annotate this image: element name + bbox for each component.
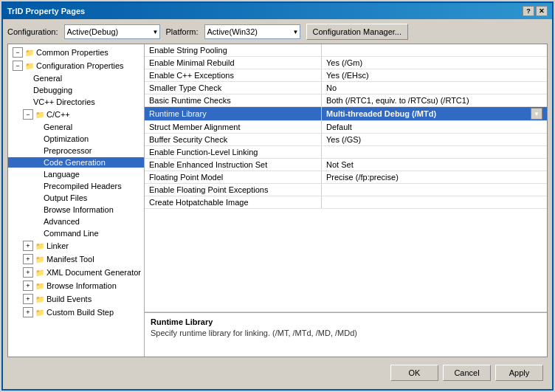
ok-button[interactable]: OK	[390, 365, 438, 381]
prop-value-8	[322, 146, 547, 158]
expander-custom[interactable]: +	[23, 307, 33, 317]
table-row[interactable]: Enable String Pooling	[145, 44, 547, 57]
label-preprocessor: Preprocessor	[44, 146, 92, 155]
desc-title: Runtime Library	[151, 317, 541, 326]
sidebar-item-cpp-general[interactable]: General	[8, 121, 144, 133]
property-panel: Enable String PoolingEnable Minimal Rebu…	[145, 44, 547, 357]
folder-icon-browse2: 📁	[35, 281, 45, 291]
label-custom-build: Custom Build Step	[46, 308, 114, 317]
expander-xml[interactable]: +	[23, 267, 33, 278]
sidebar-item-language[interactable]: Language	[8, 168, 144, 180]
config-label: Configuration:	[7, 27, 58, 36]
table-row[interactable]: Smaller Type CheckNo	[145, 82, 547, 94]
table-row[interactable]: Enable C++ ExceptionsYes (/EHsc)	[145, 69, 547, 82]
label-optimization: Optimization	[44, 134, 89, 143]
prop-value-7: Yes (/GS)	[322, 134, 547, 145]
sidebar-item-general[interactable]: General	[8, 72, 144, 84]
property-grid: Enable String PoolingEnable Minimal Rebu…	[145, 44, 547, 312]
prop-name-5: Runtime Library	[145, 107, 322, 120]
config-select[interactable]: Active(Debug)	[64, 24, 160, 39]
table-row[interactable]: Create Hotpatchable Image	[145, 196, 547, 209]
label-cpp: C/C++	[46, 110, 70, 119]
expander-manifest[interactable]: +	[23, 254, 33, 264]
table-row[interactable]: Basic Runtime ChecksBoth (/RTC1, equiv. …	[145, 94, 547, 107]
sidebar-item-browse-info2[interactable]: + 📁 Browse Information	[8, 279, 144, 292]
folder-icon-linker: 📁	[35, 241, 45, 251]
table-row[interactable]: Buffer Security CheckYes (/GS)	[145, 134, 547, 146]
label-code-gen: Code Generation	[44, 158, 106, 167]
folder-icon-common: 📁	[24, 47, 35, 58]
sidebar-item-cpp[interactable]: − 📁 C/C++	[8, 108, 144, 121]
sidebar-item-debugging[interactable]: Debugging	[8, 84, 144, 96]
title-bar: TrID Property Pages ? ✕	[3, 3, 552, 19]
window-title: TrID Property Pages	[7, 7, 85, 16]
sidebar-item-output-files[interactable]: Output Files	[8, 192, 144, 204]
sidebar-item-build-events[interactable]: + 📁 Build Events	[8, 292, 144, 306]
expander-linker[interactable]: +	[23, 241, 33, 251]
prop-name-10: Floating Point Model	[145, 171, 322, 183]
expander-build[interactable]: +	[23, 294, 33, 304]
help-button[interactable]: ?	[523, 6, 534, 16]
prop-name-8: Enable Function-Level Linking	[145, 146, 322, 158]
config-select-wrapper: Active(Debug) ▼	[64, 24, 160, 39]
label-browse-info: Browse Information	[44, 205, 114, 214]
bottom-bar: OK Cancel Apply	[7, 361, 548, 385]
sidebar-item-browse-info[interactable]: Browse Information	[8, 204, 144, 216]
table-row[interactable]: Enable Minimal RebuildYes (/Gm)	[145, 57, 547, 69]
prop-name-6: Struct Member Alignment	[145, 121, 322, 133]
runtime-library-dropdown[interactable]: ▼	[531, 108, 542, 120]
label-command-line: Command Line	[44, 229, 99, 238]
sidebar-item-command-line[interactable]: Command Line	[8, 227, 144, 239]
folder-icon-xml: 📁	[35, 267, 45, 278]
expander-common[interactable]: −	[13, 47, 23, 58]
prop-name-7: Buffer Security Check	[145, 134, 322, 145]
sidebar-item-precomp-headers[interactable]: Precompiled Headers	[8, 180, 144, 192]
prop-value-4: Both (/RTC1, equiv. to /RTCsu) (/RTC1)	[322, 94, 547, 106]
table-row[interactable]: Enable Floating Point Exceptions	[145, 184, 547, 196]
prop-value-9: Not Set	[322, 159, 547, 171]
expander-cpp[interactable]: −	[23, 109, 33, 120]
prop-name-4: Basic Runtime Checks	[145, 94, 322, 106]
platform-select[interactable]: Active(Win32)	[204, 24, 300, 39]
apply-button[interactable]: Apply	[495, 365, 543, 381]
table-row[interactable]: Runtime LibraryMulti-threaded Debug (/MT…	[145, 107, 547, 121]
sidebar-item-code-gen[interactable]: Code Generation	[8, 157, 144, 168]
cancel-button[interactable]: Cancel	[443, 365, 491, 381]
sidebar-item-common-props[interactable]: − 📁 Common Properties	[8, 46, 144, 59]
label-linker: Linker	[46, 241, 69, 250]
table-row[interactable]: Struct Member AlignmentDefault	[145, 121, 547, 134]
sidebar-item-custom-build[interactable]: + 📁 Custom Build Step	[8, 306, 144, 319]
prop-value-12	[322, 196, 547, 208]
close-button[interactable]: ✕	[536, 6, 548, 16]
expander-browse2[interactable]: +	[23, 281, 33, 291]
table-row[interactable]: Enable Function-Level Linking	[145, 146, 547, 159]
sidebar-item-linker[interactable]: + 📁 Linker	[8, 239, 144, 252]
desc-text: Specify runtime library for linking. (/M…	[151, 329, 541, 337]
prop-value-3: No	[322, 82, 547, 94]
platform-select-wrapper: Active(Win32) ▼	[204, 24, 300, 39]
sidebar-item-optimization[interactable]: Optimization	[8, 133, 144, 145]
sidebar-item-xml-doc[interactable]: + 📁 XML Document Generator	[8, 266, 144, 279]
sidebar-item-preprocessor[interactable]: Preprocessor	[8, 145, 144, 157]
prop-value-2: Yes (/EHsc)	[322, 69, 547, 81]
table-row[interactable]: Enable Enhanced Instruction SetNot Set	[145, 159, 547, 171]
prop-value-5[interactable]: Multi-threaded Debug (/MTd)▼	[322, 107, 547, 120]
folder-icon-config: 📁	[24, 61, 35, 71]
label-vc-dirs: VC++ Directories	[33, 97, 95, 106]
folder-icon-build: 📁	[35, 294, 45, 304]
label-general: General	[33, 74, 62, 83]
sidebar-item-advanced[interactable]: Advanced	[8, 216, 144, 227]
prop-name-3: Smaller Type Check	[145, 82, 322, 94]
prop-value-11	[322, 184, 547, 196]
sidebar-item-manifest-tool[interactable]: + 📁 Manifest Tool	[8, 252, 144, 266]
label-xml-doc: XML Document Generator	[46, 268, 141, 277]
table-row[interactable]: Floating Point ModelPrecise (/fp:precise…	[145, 171, 547, 184]
folder-icon-custom: 📁	[35, 307, 45, 317]
config-manager-button[interactable]: Configuration Manager...	[306, 24, 408, 40]
label-browse-info2: Browse Information	[46, 281, 117, 290]
expander-config[interactable]: −	[13, 61, 23, 71]
prop-name-9: Enable Enhanced Instruction Set	[145, 159, 322, 171]
sidebar-item-config-props[interactable]: − 📁 Configuration Properties	[8, 59, 144, 72]
sidebar-item-vc-dirs[interactable]: VC++ Directories	[8, 96, 144, 108]
prop-name-1: Enable Minimal Rebuild	[145, 57, 322, 69]
